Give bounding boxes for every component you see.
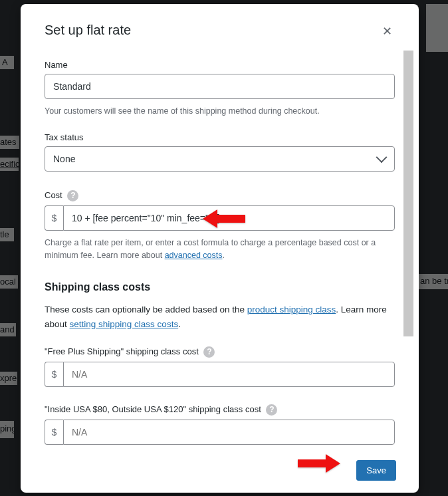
- shipping-class-heading: Shipping class costs: [45, 281, 395, 293]
- currency-symbol: $: [45, 420, 63, 445]
- currency-symbol: $: [45, 205, 63, 231]
- close-icon[interactable]: ✕: [380, 23, 395, 40]
- currency-symbol: $: [45, 362, 63, 387]
- name-hint: Your customers will see the name of this…: [45, 105, 395, 118]
- name-label: Name: [45, 60, 395, 70]
- name-input[interactable]: [45, 74, 395, 99]
- advanced-costs-link[interactable]: advanced costs: [165, 251, 223, 260]
- shipping-class-desc: These costs can optionally be added base…: [45, 303, 395, 331]
- cost-label: Cost ?: [45, 190, 395, 201]
- tax-status-group: Tax status: [45, 132, 395, 172]
- cost-hint: Charge a flat rate per item, or enter a …: [45, 237, 395, 262]
- flat-rate-modal: Set up flat rate ✕ Name Your customers w…: [21, 4, 419, 493]
- class2-group: "Inside USA $80, Outside USA $120" shipp…: [45, 404, 395, 445]
- class1-cost-input[interactable]: [63, 362, 395, 387]
- class2-label: "Inside USA $80, Outside USA $120" shipp…: [45, 404, 395, 416]
- help-icon[interactable]: ?: [266, 404, 277, 416]
- class1-group: "Free Plus Shipping" shipping class cost…: [45, 346, 395, 387]
- class2-cost-input[interactable]: [63, 420, 395, 445]
- class1-label: "Free Plus Shipping" shipping class cost…: [45, 346, 395, 358]
- product-shipping-class-link[interactable]: product shipping class: [247, 305, 336, 314]
- modal-scroll-area[interactable]: Name Your customers will see the name of…: [45, 51, 404, 451]
- save-button[interactable]: Save: [356, 460, 396, 481]
- tax-status-select[interactable]: [45, 146, 395, 172]
- cost-group: Cost ? $ Charge a flat rate per item, or…: [45, 190, 395, 262]
- help-icon[interactable]: ?: [203, 346, 215, 358]
- setting-shipping-class-costs-link[interactable]: setting shipping class costs: [70, 319, 179, 329]
- cost-input[interactable]: [63, 205, 395, 231]
- help-icon[interactable]: ?: [67, 190, 78, 201]
- tax-status-label: Tax status: [45, 132, 395, 142]
- name-field-group: Name Your customers will see the name of…: [45, 60, 395, 118]
- scrollbar-thumb[interactable]: [403, 51, 413, 336]
- modal-title: Set up flat rate: [45, 23, 131, 38]
- modal-footer: Save: [21, 451, 419, 493]
